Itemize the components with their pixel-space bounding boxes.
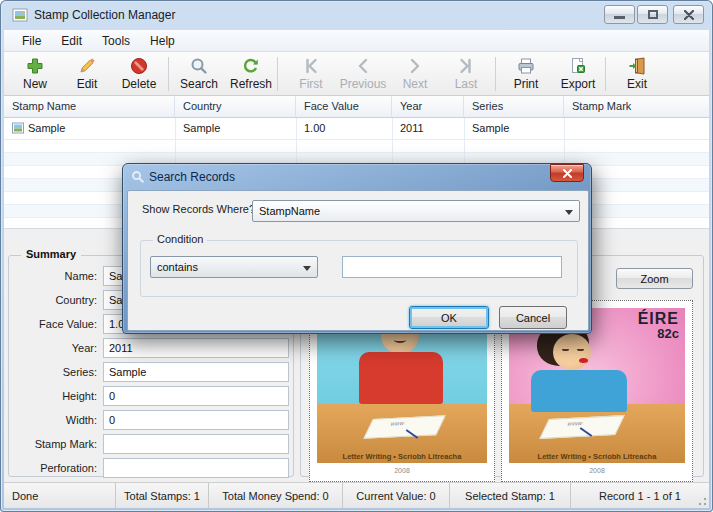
table-header: Stamp Name Country Face Value Year Serie… [4,96,709,118]
stamp-paper: wvvw [539,415,625,439]
search-records-dialog: Search Records Show Records Where? Stamp… [122,163,592,334]
condition-select-value: contains [157,261,198,273]
column-header-stamp-name[interactable]: Stamp Name [4,96,175,117]
toolbar-print-button[interactable]: Print [500,54,552,94]
cell-series: Sample [464,118,564,139]
toolbar-search-button[interactable]: Search [173,54,225,94]
toolbar-label: Print [500,77,552,91]
status-total-stamps: Total Stamps: 1 [116,483,209,509]
field-label-name: Name: [65,270,97,282]
cell-country: Sample [175,118,296,139]
stamp-mark-field[interactable] [103,434,289,454]
toolbar-label: Last [440,77,492,91]
field-select[interactable]: StampName [252,200,580,222]
height-field[interactable] [103,386,289,406]
dialog-body: Show Records Where? StampName Condition … [127,190,589,331]
toolbar-label: Refresh [225,77,277,91]
toolbar-first-button[interactable]: First [285,54,337,94]
app-icon [12,7,28,23]
toolbar-label: Previous [337,77,389,91]
menu-file[interactable]: File [12,31,51,51]
boy-sweater [359,352,443,404]
toolbar-previous-button[interactable]: Previous [337,54,389,94]
menu-tools[interactable]: Tools [92,31,140,51]
column-header-stamp-mark[interactable]: Stamp Mark [564,96,709,117]
menu-edit[interactable]: Edit [51,31,92,51]
window-controls [602,5,704,24]
delete-icon [113,56,165,77]
toolbar-export-button[interactable]: Export [552,54,604,94]
toolbar-edit-button[interactable]: Edit [61,54,113,94]
cancel-button[interactable]: Cancel [499,306,567,329]
search-icon [173,56,225,77]
maximize-icon [648,10,658,19]
toolbar-new-button[interactable]: New [9,54,61,94]
stamp-country-text: ÉIRE 82c [638,311,679,340]
toolbar-next-button[interactable]: Next [389,54,441,94]
menu-help[interactable]: Help [140,31,185,51]
toolbar-separator [168,57,169,91]
column-header-country[interactable]: Country [175,96,296,117]
status-record-position: Record 1 - 1 of 1 [571,483,709,509]
toolbar-label: Exit [611,77,663,91]
stamp-paper: www [363,415,446,439]
toolbar-delete-button[interactable]: Delete [113,54,165,94]
toolbar-separator [277,57,278,91]
stamp-year: 2008 [509,463,685,481]
exit-icon [611,56,663,77]
condition-group-label: Condition [153,233,207,245]
close-button[interactable] [673,5,704,24]
minimize-icon [614,16,625,19]
year-field[interactable] [103,338,289,358]
toolbar-exit-button[interactable]: Exit [611,54,663,94]
zoom-button[interactable]: Zoom [616,268,693,289]
series-field[interactable] [103,362,289,382]
girl-sweater [531,370,627,412]
field-label-width: Width: [66,414,97,426]
dialog-close-button[interactable] [550,164,584,182]
toolbar-label: Edit [61,77,113,91]
chevron-down-icon [303,266,311,271]
previous-icon [337,56,389,77]
toolbar-refresh-button[interactable]: Refresh [225,54,277,94]
perforation-field[interactable] [103,458,289,478]
last-icon [440,56,492,77]
column-header-face-value[interactable]: Face Value [296,96,392,117]
close-icon [684,10,694,20]
titlebar[interactable]: Stamp Collection Manager [0,0,713,30]
width-field[interactable] [103,410,289,430]
minimize-button[interactable] [604,5,635,24]
status-total-money-spend: Total Money Spend: 0 [209,483,343,509]
cell-stamp-name: Sample [4,118,175,139]
new-icon [9,56,61,77]
stamp-year: 2008 [317,463,487,481]
toolbar-label: New [9,77,61,91]
print-icon [500,56,552,77]
chevron-down-icon [565,210,573,215]
column-header-year[interactable]: Year [392,96,464,117]
window-title: Stamp Collection Manager [34,8,175,22]
toolbar-label: Delete [113,77,165,91]
condition-select[interactable]: contains [150,256,318,278]
app-window: Stamp Collection Manager File Edit Tools… [0,0,713,512]
toolbar-label: Export [552,77,604,91]
field-label-year: Year: [72,342,97,354]
toolbar-label: Search [173,77,225,91]
maximize-button[interactable] [637,5,668,24]
resize-grip[interactable] [695,494,707,506]
column-header-series[interactable]: Series [464,96,564,117]
cell-year: 2011 [392,118,464,139]
toolbar-last-button[interactable]: Last [440,54,492,94]
toolbar: New Edit Delete Search Refresh [4,52,709,96]
cell-face-value: 1.00 [296,118,392,139]
dialog-close-icon [563,169,572,178]
dialog-title: Search Records [149,170,235,184]
field-label-stamp-mark: Stamp Mark: [35,438,97,450]
field-label-height: Height: [62,390,97,402]
search-text-input[interactable] [342,256,562,278]
ok-button[interactable]: OK [409,306,489,329]
first-icon [285,56,337,77]
summary-title: Summary [21,248,81,260]
next-icon [389,56,441,77]
table-row[interactable]: Sample Sample 1.00 2011 Sample [4,118,709,140]
